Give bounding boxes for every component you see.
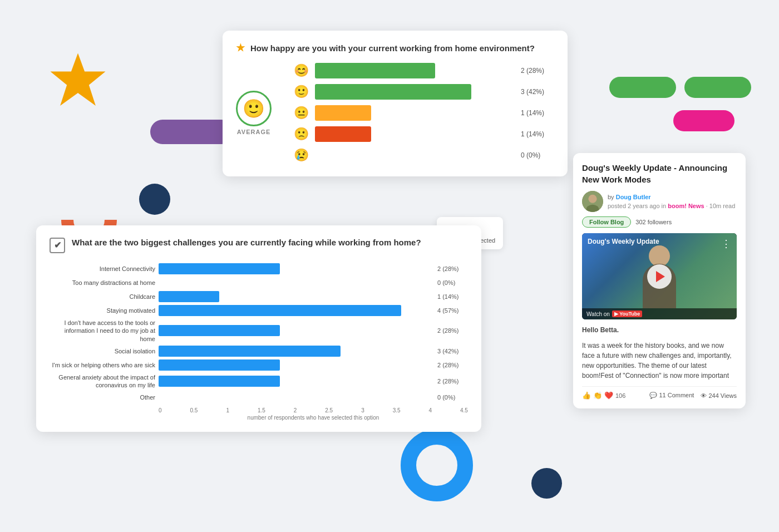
reaction-heart: ❤️ [604, 391, 613, 400]
challenge-label-7: I'm sick or helping others who are sick [50, 361, 155, 369]
challenge-label-4: Staying motivated [50, 307, 155, 314]
decorative-star [47, 50, 109, 111]
challenge-row-4: Staying motivated 4 (57%) [50, 305, 468, 316]
blog-actions: Follow Blog 302 followers [582, 216, 737, 228]
challenge-val-3: 1 (14%) [437, 293, 468, 300]
x-axis-labels: 00.511.522.533.544.5 [159, 407, 468, 413]
watch-on-label: Watch on [586, 311, 610, 317]
challenge-label-6: Social isolation [50, 347, 155, 355]
blog-stats: 💬 11 Comment 👁 244 Views [649, 392, 737, 399]
challenge-bar-1 [159, 263, 434, 274]
blog-author[interactable]: Doug Butler [616, 194, 651, 200]
happiness-survey-card: ★ How happy are you with your current wo… [223, 31, 568, 176]
video-title: Doug's Weekly Update [588, 238, 659, 245]
challenge-val-6: 3 (42%) [437, 348, 468, 354]
decorative-navy-circle-2 [531, 468, 562, 499]
x-axis: 00.511.522.533.544.5 [50, 407, 468, 413]
bar-3 [315, 105, 515, 121]
challenge-label-2: Too many distractions at home [50, 279, 155, 287]
challenge-label-1: Internet Connectivity [50, 265, 155, 273]
challenge-label-8: General anxiety about the impact of coro… [50, 373, 155, 390]
happiness-row-1: 😊 2 (28%) [293, 63, 554, 78]
challenge-label-3: Childcare [50, 293, 155, 301]
decorative-green-pill-1 [609, 77, 676, 98]
blog-title: Doug's Weekly Update - Announcing New Wo… [582, 162, 737, 185]
happiness-card-title: ★ How happy are you with your current wo… [236, 42, 554, 54]
challenge-val-4: 4 (57%) [437, 307, 468, 314]
youtube-logo: ▶ YouTube [612, 311, 643, 317]
challenge-row-1: Internet Connectivity 2 (28%) [50, 263, 468, 274]
challenge-row-7: I'm sick or helping others who are sick … [50, 359, 468, 371]
challenge-bar-7 [159, 359, 434, 371]
happiness-row-2: 🙂 3 (42%) [293, 84, 554, 100]
blog-video[interactable]: Doug's Weekly Update ⋮ Watch on ▶ YouTub… [582, 233, 737, 319]
bar-1 [315, 63, 515, 78]
challenge-row-9: Other 0 (0%) [50, 392, 468, 403]
challenge-label-9: Other [50, 393, 155, 401]
average-label: AVERAGE [237, 129, 271, 135]
blog-views: 👁 244 Views [701, 392, 737, 399]
label-5: 0 (0%) [521, 151, 554, 159]
decorative-blue-donut [401, 429, 473, 501]
challenges-card-title: ✔ What are the two biggest challenges yo… [50, 237, 468, 253]
challenges-chart: Internet Connectivity 2 (28%) Too many d… [50, 263, 468, 403]
happiness-chart: 😊 2 (28%) 🙂 3 (42%) 😐 1 (14% [287, 63, 554, 163]
video-youtube-bar: Watch on ▶ YouTube [582, 308, 737, 319]
follow-blog-button[interactable]: Follow Blog [582, 216, 631, 228]
blog-card: Doug's Weekly Update - Announcing New Wo… [573, 153, 746, 408]
bar-4 [315, 126, 515, 142]
blog-meta-text: by Doug Butler posted 2 years ago in boo… [608, 193, 735, 211]
bar-5 [315, 147, 515, 163]
challenge-row-8: General anxiety about the impact of coro… [50, 373, 468, 390]
label-2: 3 (42%) [521, 88, 554, 96]
challenge-val-1: 2 (28%) [437, 265, 468, 272]
label-4: 1 (14%) [521, 130, 554, 138]
happiness-row-5: 😢 0 (0%) [293, 147, 554, 163]
followers-count: 302 followers [635, 219, 672, 225]
svg-point-2 [588, 195, 596, 203]
emoji-1: 😊 [293, 63, 309, 78]
challenge-bar-9 [159, 392, 434, 403]
blog-avatar [582, 191, 603, 212]
video-play-button[interactable] [647, 264, 672, 289]
challenge-row-2: Too many distractions at home 0 (0%) [50, 277, 468, 288]
label-3: 1 (14%) [521, 109, 554, 117]
challenge-row-6: Social isolation 3 (42%) [50, 346, 468, 357]
challenge-val-2: 0 (0%) [437, 279, 468, 286]
challenge-val-7: 2 (28%) [437, 362, 468, 368]
x-axis-title: number of respondents who have selected … [50, 415, 468, 421]
reactions-count: 106 [615, 392, 625, 399]
checkbox-icon: ✔ [50, 238, 65, 253]
decorative-purple-pill [150, 120, 234, 144]
blog-posted: posted 2 years ago in boom! News · 10m r… [608, 203, 735, 209]
challenges-survey-card: ✔ What are the two biggest challenges yo… [36, 225, 481, 432]
blog-by: by [608, 194, 616, 200]
challenge-val-8: 2 (28%) [437, 378, 468, 385]
decorative-green-pill-2 [684, 77, 751, 98]
challenge-row-3: Childcare 1 (14%) [50, 291, 468, 302]
challenge-bar-8 [159, 376, 434, 387]
video-more-button[interactable]: ⋮ [721, 238, 731, 250]
emoji-5: 😢 [293, 148, 309, 162]
challenge-val-9: 0 (0%) [437, 394, 468, 401]
average-emoji: 🙂 [236, 91, 272, 126]
happiness-average: 🙂 AVERAGE [236, 91, 272, 135]
blog-reactions: 👍 👏 ❤️ 106 [582, 391, 625, 400]
happiness-row-4: 🙁 1 (14%) [293, 126, 554, 142]
challenge-label-5: I don't have access to the tools or info… [50, 319, 155, 343]
decorative-red-pill [673, 110, 734, 131]
reaction-thumbs-up: 👍 [582, 391, 591, 400]
challenge-val-5: 2 (28%) [437, 327, 468, 334]
blog-comments[interactable]: 💬 11 Comment [649, 392, 694, 399]
emoji-4: 🙁 [293, 127, 309, 141]
challenge-bar-4 [159, 305, 434, 316]
blog-meta: by Doug Butler posted 2 years ago in boo… [582, 191, 737, 212]
svg-marker-0 [51, 53, 106, 106]
challenge-bar-3 [159, 291, 434, 302]
challenge-bar-5 [159, 325, 434, 336]
bar-2 [315, 84, 515, 100]
decorative-navy-circle [139, 184, 170, 215]
challenge-bar-2 [159, 277, 434, 288]
blog-body: It was a week for the history books, and… [582, 341, 737, 381]
blog-greeting: Hello Betta. [582, 325, 737, 335]
